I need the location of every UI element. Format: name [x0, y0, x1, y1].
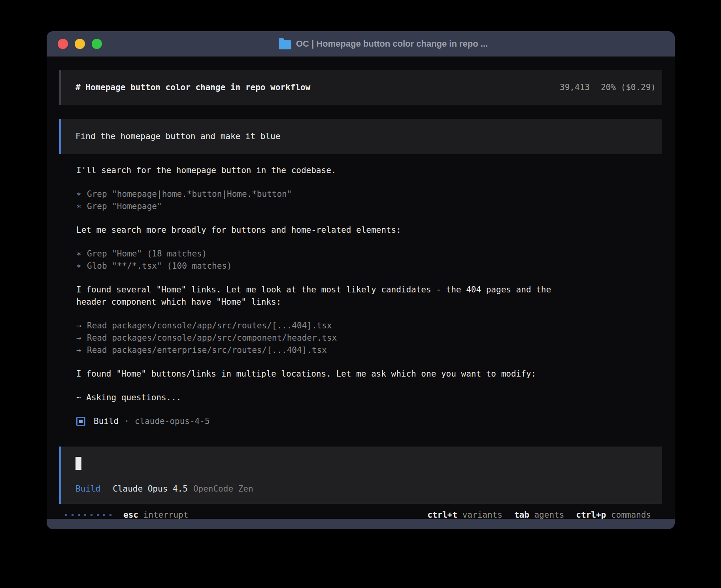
- commands-hint: ctrl+p commands: [576, 509, 651, 519]
- tool-call: ∗Glob "**/*.tsx" (100 matches): [76, 260, 662, 272]
- user-message-text: Find the homepage button and make it blu…: [75, 130, 280, 143]
- assistant-text: header component which have "Home" links…: [76, 296, 662, 308]
- spinner-icon: [65, 514, 111, 516]
- variants-hint: ctrl+t variants: [427, 509, 502, 519]
- folder-icon: [279, 40, 291, 49]
- assistant-text: Let me search more broadly for buttons a…: [76, 224, 662, 236]
- arrow-right-icon: →: [76, 320, 87, 332]
- window-title: OC | Homepage button color change in rep…: [296, 39, 488, 49]
- asterisk-icon: ∗: [76, 188, 87, 200]
- esc-key: esc: [123, 510, 138, 519]
- traffic-lights: [58, 39, 102, 49]
- interrupt-hint: esc interrupt: [123, 509, 188, 519]
- tool-call-label: Grep "Homepage": [87, 202, 162, 211]
- asterisk-icon: ∗: [76, 248, 87, 260]
- session-header: # Homepage button color change in repo w…: [59, 70, 662, 105]
- tool-call-label: Read packages/console/app/src/routes/[..…: [87, 321, 332, 330]
- tool-call-label: Read packages/enterprise/src/routes/[...…: [87, 345, 327, 355]
- assistant-output: I'll search for the homepage button in t…: [76, 154, 662, 428]
- tool-call-group: →Read packages/console/app/src/routes/[.…: [76, 320, 662, 356]
- context-cost: 20% ($0.29): [601, 81, 656, 94]
- minimize-button[interactable]: [75, 39, 85, 49]
- token-count: 39,413: [560, 81, 590, 94]
- tool-call: ∗Grep "homepage|home.*button|Home.*butto…: [76, 188, 662, 200]
- assistant-text: I found "Home" buttons/links in multiple…: [76, 368, 662, 380]
- agent-status-line: Build · claude-opus-4-5: [76, 415, 662, 428]
- assistant-text: I found several "Home" links. Let me loo…: [76, 284, 662, 296]
- user-message: Find the homepage button and make it blu…: [59, 119, 662, 154]
- shortcut-hints: ctrl+t variants tab agents ctrl+p comman…: [427, 509, 651, 519]
- agent-name: Build: [94, 415, 119, 428]
- model-info-line: Build Claude Opus 4.5 OpenCode Zen: [75, 483, 656, 504]
- tool-call: →Read packages/enterprise/src/routes/[..…: [76, 344, 662, 356]
- tool-call: →Read packages/console/app/src/routes/[.…: [76, 320, 662, 332]
- arrow-right-icon: →: [76, 332, 87, 344]
- titlebar[interactable]: OC | Homepage button color change in rep…: [47, 31, 675, 57]
- window-footer: [47, 519, 675, 529]
- terminal-window: OC | Homepage button color change in rep…: [47, 31, 675, 529]
- assistant-text: I'll search for the homepage button in t…: [76, 164, 662, 177]
- input-model-label: Claude Opus 4.5: [113, 483, 188, 495]
- separator-dot: ·: [124, 415, 129, 428]
- window-title-group: OC | Homepage button color change in rep…: [279, 39, 488, 49]
- tool-call: ∗Grep "Home" (18 matches): [76, 248, 662, 260]
- status-bar: esc interrupt ctrl+t variants tab agents…: [59, 504, 662, 519]
- close-button[interactable]: [58, 39, 68, 49]
- asterisk-icon: ∗: [76, 200, 87, 213]
- prompt-input[interactable]: Build Claude Opus 4.5 OpenCode Zen: [59, 447, 662, 504]
- text-cursor: [75, 457, 81, 470]
- session-title: # Homepage button color change in repo w…: [75, 81, 310, 94]
- input-agent-label[interactable]: Build: [75, 483, 100, 495]
- interrupt-label: interrupt: [143, 510, 189, 519]
- tool-call-label: Grep "homepage|home.*button|Home.*button…: [87, 189, 292, 199]
- tool-call: ∗Grep "Homepage": [76, 200, 662, 213]
- agents-hint: tab agents: [514, 509, 564, 519]
- agent-icon: [76, 417, 85, 426]
- tool-call-label: Read packages/console/app/src/component/…: [87, 333, 337, 343]
- asterisk-icon: ∗: [76, 260, 87, 272]
- agent-model: claude-opus-4-5: [135, 415, 210, 428]
- session-stats: 39,413 20% ($0.29): [560, 81, 656, 94]
- input-provider-label: OpenCode Zen: [193, 483, 253, 495]
- terminal-body: # Homepage button color change in repo w…: [47, 57, 675, 519]
- arrow-right-icon: →: [76, 344, 87, 356]
- zoom-button[interactable]: [92, 39, 102, 49]
- tool-call-label: Grep "Home" (18 matches): [87, 249, 207, 258]
- assistant-status-text: ~ Asking questions...: [76, 392, 662, 404]
- tool-call: →Read packages/console/app/src/component…: [76, 332, 662, 344]
- desktop: OC | Homepage button color change in rep…: [0, 0, 721, 588]
- tool-call-label: Glob "**/*.tsx" (100 matches): [87, 261, 232, 271]
- tool-call-group: ∗Grep "homepage|home.*button|Home.*butto…: [76, 188, 662, 213]
- tool-call-group: ∗Grep "Home" (18 matches) ∗Glob "**/*.ts…: [76, 248, 662, 272]
